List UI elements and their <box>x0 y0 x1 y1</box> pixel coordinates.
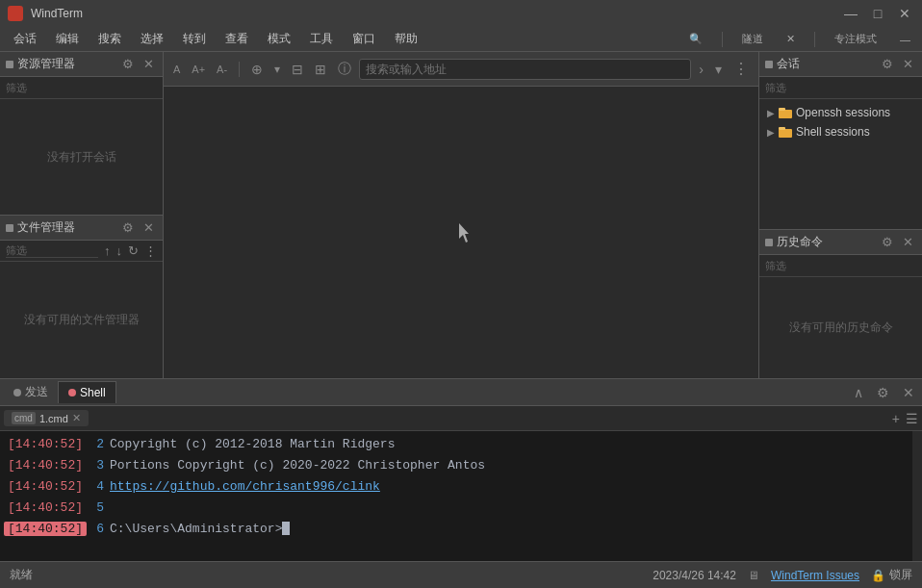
resource-panel-dot <box>6 61 13 68</box>
pin-icon[interactable]: ⊞ <box>311 60 330 79</box>
session-gear-icon[interactable]: ⚙ <box>879 56 896 72</box>
focus-mode-btn[interactable]: 专注模式 <box>827 30 884 48</box>
minimize-button[interactable]: — <box>841 4 860 23</box>
file-filter[interactable] <box>6 243 98 258</box>
resource-gear-icon[interactable]: ⚙ <box>119 56 137 72</box>
terminal-close-icon[interactable]: ✕ <box>899 383 918 402</box>
session-panel: 会话 ⚙ ✕ ▶ Openssh sessions ▶ Shell se <box>759 52 922 230</box>
shell-tab[interactable]: Shell <box>58 381 116 403</box>
term-text-5: C:\Users\Administrator> <box>110 522 290 536</box>
table-row: [14:40:52] 6 C:\Users\Administrator> <box>0 518 912 539</box>
file-panel-actions: ⚙ ✕ <box>119 219 157 236</box>
search-toolbar-btn[interactable]: 🔍 <box>681 31 710 47</box>
menu-mode[interactable]: 模式 <box>258 27 300 51</box>
windterm-issues-link[interactable]: WindTerm Issues <box>771 569 859 582</box>
file-close-icon[interactable]: ✕ <box>141 219 157 236</box>
menu-session[interactable]: 会话 <box>4 27 46 51</box>
windterm-icon: 🖥 <box>748 569 759 582</box>
menu-search[interactable]: 搜索 <box>89 27 131 51</box>
x-btn[interactable]: ✕ <box>779 31 803 47</box>
term-linenum-5: 6 <box>87 522 110 536</box>
split-icon[interactable]: ⊟ <box>288 60 307 79</box>
history-filter[interactable] <box>759 255 922 277</box>
session-close-icon[interactable]: ✕ <box>900 56 916 72</box>
address-bar[interactable] <box>359 59 691 80</box>
inner-tab-bar: cmd 1.cmd ✕ + ☰ <box>0 406 922 431</box>
term-time-1: [14:40:52] <box>4 437 87 451</box>
shell-tab-dot <box>68 389 76 396</box>
lock-screen-btn[interactable]: 🔒 锁屏 <box>871 567 912 583</box>
menu-tools[interactable]: 工具 <box>300 27 343 51</box>
browser-more-icon[interactable]: ⋮ <box>730 58 753 80</box>
maximize-button[interactable]: □ <box>868 4 887 23</box>
term-linenum-2: 3 <box>87 458 110 473</box>
status-left: 就绪 <box>10 567 653 583</box>
session-item-label-openssh: Openssh sessions <box>796 106 890 119</box>
svg-rect-3 <box>779 127 785 130</box>
menu-help[interactable]: 帮助 <box>385 27 427 51</box>
inner-tab-close[interactable]: ✕ <box>72 412 81 424</box>
app-icon <box>8 6 23 21</box>
center-panel: A A+ A- ⊕ ▾ ⊟ ⊞ ⓘ › ▾ ⋮ <box>164 52 758 378</box>
resource-filter[interactable] <box>0 77 163 99</box>
tree-arrow-1: ▶ <box>767 108 775 118</box>
tunnel-btn[interactable]: 隧道 <box>734 30 771 48</box>
forward-icon[interactable]: › <box>695 60 707 79</box>
session-item-openssh[interactable]: ▶ Openssh sessions <box>763 103 918 122</box>
inner-tab-actions: + ☰ <box>892 411 918 426</box>
file-more-icon[interactable]: ⋮ <box>144 243 157 258</box>
term-linenum-3: 4 <box>87 479 110 494</box>
file-panel: 文件管理器 ⚙ ✕ ↑ ↓ ↻ ⋮ 没有可用的文件管理器 <box>0 216 163 378</box>
new-tab-icon[interactable]: ⊕ <box>247 60 267 79</box>
menu-window[interactable]: 窗口 <box>343 27 385 51</box>
status-datetime: 2023/4/26 14:42 <box>653 569 736 582</box>
send-tab-dot <box>13 389 21 396</box>
file-gear-icon[interactable]: ⚙ <box>119 219 137 236</box>
dropdown-icon2[interactable]: ▾ <box>711 60 726 79</box>
file-refresh-icon[interactable]: ↻ <box>128 243 139 258</box>
send-tab-label: 发送 <box>25 384 48 400</box>
close-button[interactable]: ✕ <box>895 4 914 23</box>
session-filter-input[interactable] <box>765 82 916 93</box>
session-item-shell[interactable]: ▶ Shell sessions <box>763 122 918 141</box>
send-tab[interactable]: 发送 <box>4 380 58 404</box>
list-tabs-btn[interactable]: ☰ <box>906 411 918 426</box>
menu-goto[interactable]: 转到 <box>173 27 216 51</box>
session-item-label-shell: Shell sessions <box>796 125 870 139</box>
menu-view[interactable]: 查看 <box>216 27 258 51</box>
menu-select[interactable]: 选择 <box>131 27 173 51</box>
browser-bar: A A+ A- ⊕ ▾ ⊟ ⊞ ⓘ › ▾ ⋮ <box>164 52 758 87</box>
add-tab-btn[interactable]: + <box>892 411 900 426</box>
text-A-minus[interactable]: A- <box>213 64 231 75</box>
resource-close-icon[interactable]: ✕ <box>141 56 157 72</box>
resource-filter-input[interactable] <box>6 82 157 93</box>
session-panel-title: 会话 <box>777 56 875 72</box>
term-output-wrap: [14:40:52] 2 Copyright (c) 2012-2018 Mar… <box>0 431 922 561</box>
folder-icon-2 <box>779 126 792 138</box>
terminal-tab-right: ∧ ⚙ ✕ <box>850 383 918 402</box>
browser-content <box>164 87 758 378</box>
main-area: 资源管理器 ⚙ ✕ 没有打开会话 文件管理器 ⚙ ✕ <box>0 52 922 378</box>
history-panel-dot <box>765 239 773 246</box>
dropdown-arrow[interactable]: ▾ <box>270 61 284 78</box>
lock-label: 锁屏 <box>889 567 912 583</box>
file-filter-input[interactable] <box>6 244 98 256</box>
menu-edit[interactable]: 编辑 <box>46 27 89 51</box>
history-gear-icon[interactable]: ⚙ <box>879 234 896 250</box>
history-filter-input[interactable] <box>765 260 916 271</box>
file-up-icon[interactable]: ↑ <box>104 243 111 258</box>
term-text-3[interactable]: https://github.com/chrisant996/clink <box>110 479 380 494</box>
file-empty: 没有可用的文件管理器 <box>0 262 163 378</box>
text-A-plus[interactable]: A+ <box>188 64 209 75</box>
file-down-icon[interactable]: ↓ <box>116 243 123 258</box>
term-time-3: [14:40:52] <box>4 479 87 494</box>
terminal-scrollbar[interactable] <box>912 431 922 561</box>
inner-tab-cmd[interactable]: cmd 1.cmd ✕ <box>4 410 89 426</box>
text-A-large[interactable]: A <box>169 64 184 75</box>
terminal-chevron-up[interactable]: ∧ <box>850 383 867 402</box>
session-filter[interactable] <box>759 77 922 99</box>
minimize-toolbar-btn[interactable]: — <box>892 32 918 47</box>
terminal-gear-icon[interactable]: ⚙ <box>873 383 893 402</box>
history-close-icon[interactable]: ✕ <box>900 234 916 250</box>
file-toolbar: ↑ ↓ ↻ ⋮ <box>0 241 163 262</box>
